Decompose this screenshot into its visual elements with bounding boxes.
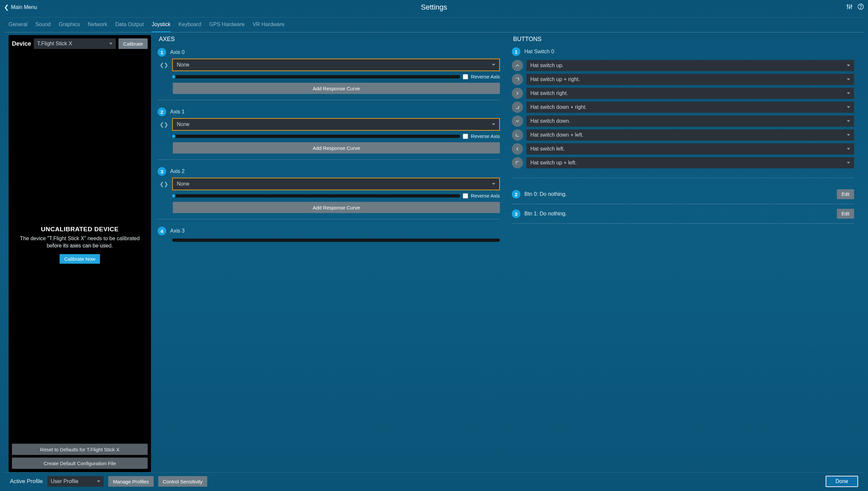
device-select[interactable]: T.Flight Stick X xyxy=(34,38,116,49)
device-label: Device xyxy=(12,40,31,47)
button-number-badge: 3 xyxy=(512,209,521,218)
active-profile-value: User Profile xyxy=(51,479,79,484)
axis-assignment-value: None xyxy=(177,62,189,68)
reverse-axis-checkbox[interactable] xyxy=(463,193,468,199)
axis-assignment-value: None xyxy=(177,121,189,127)
create-config-button[interactable]: Create Default Configuration File xyxy=(12,458,148,469)
axes-scroll-area[interactable]: 1 Axis 0 ❮❯ None Reverse Axis Add Respon… xyxy=(158,47,505,472)
buttons-scroll-area[interactable]: 1 Hat Switch 0 Hat switch up. Hat switch… xyxy=(512,47,859,472)
hat-direction-value: Hat switch down + left. xyxy=(530,132,584,138)
button-edit-button[interactable]: Edit xyxy=(837,209,854,219)
tab-gps-hardware[interactable]: GPS Hardware xyxy=(209,22,245,29)
hat-direction-right-icon xyxy=(512,88,523,99)
back-to-main-menu[interactable]: ❮ Main Menu xyxy=(4,4,37,11)
button-number-badge: 2 xyxy=(512,190,521,199)
joystick-button-row: 3 Btn 1: Do nothing. Edit xyxy=(512,204,854,224)
svg-point-4 xyxy=(849,7,850,8)
page-title: Settings xyxy=(421,3,447,11)
axis-block: 3 Axis 2 ❮❯ None Reverse Axis Add Respon… xyxy=(158,167,500,219)
hat-direction-up-icon xyxy=(512,60,523,71)
reverse-axis-label: Reverse Axis xyxy=(471,74,500,79)
axis-select-collapsed[interactable] xyxy=(172,238,500,242)
control-sensitivity-button[interactable]: Control Sensitivity xyxy=(158,476,207,487)
hat-direction-value: Hat switch up + right. xyxy=(530,77,580,82)
axis-position-slider[interactable] xyxy=(173,135,460,138)
hat-direction-up-right-icon xyxy=(512,74,523,85)
settings-tabs: GeneralSoundGraphicsNetworkData OutputJo… xyxy=(4,18,864,32)
axis-prev-next[interactable]: ❮❯ xyxy=(158,178,170,190)
axis-assignment-select[interactable]: None xyxy=(172,118,500,131)
hat-direction-row: Hat switch down + left. xyxy=(512,129,854,141)
settings-sliders-icon[interactable] xyxy=(846,3,853,11)
device-column: Device T.Flight Stick X Calibrate No ima… xyxy=(9,35,151,472)
active-profile-label: Active Profile xyxy=(10,478,43,485)
hat-direction-value: Hat switch down. xyxy=(530,118,570,124)
axis-position-slider[interactable] xyxy=(173,75,460,79)
chevron-down-icon xyxy=(109,43,113,45)
button-assignment-label: Btn 0: Do nothing. xyxy=(524,191,833,197)
axis-name: Axis 2 xyxy=(170,168,185,174)
add-response-curve-button[interactable]: Add Response Curve xyxy=(173,202,500,213)
hat-switch-name: Hat Switch 0 xyxy=(524,49,554,55)
hat-direction-select[interactable]: Hat switch up + right. xyxy=(526,74,854,85)
hat-direction-select[interactable]: Hat switch up + left. xyxy=(526,157,854,168)
tab-data-output[interactable]: Data Output xyxy=(115,22,144,29)
hat-direction-row: Hat switch left. xyxy=(512,143,854,154)
hat-direction-select[interactable]: Hat switch up. xyxy=(526,60,854,71)
axis-prev-next[interactable]: ❮❯ xyxy=(158,59,170,71)
tab-joystick[interactable]: Joystick xyxy=(151,22,170,32)
chevron-down-icon xyxy=(847,120,850,122)
axis-number-badge: 1 xyxy=(158,48,166,57)
calibrate-now-button[interactable]: Calibrate Now xyxy=(60,254,100,264)
axis-block: 1 Axis 0 ❮❯ None Reverse Axis Add Respon… xyxy=(158,47,500,100)
uncalibrated-text: The device "T.Flight Stick X" needs to b… xyxy=(19,235,141,250)
chevron-down-icon xyxy=(847,79,850,80)
chevron-down-icon xyxy=(847,106,850,108)
tab-graphics[interactable]: Graphics xyxy=(59,22,80,29)
button-edit-button[interactable]: Edit xyxy=(837,189,854,199)
axis-position-slider[interactable] xyxy=(173,194,460,198)
chevron-down-icon xyxy=(847,134,850,136)
hat-direction-select[interactable]: Hat switch down + right. xyxy=(526,102,854,113)
hat-direction-select[interactable]: Hat switch down + left. xyxy=(526,129,854,141)
hat-direction-select[interactable]: Hat switch right. xyxy=(526,88,854,99)
hat-direction-row: Hat switch right. xyxy=(512,88,854,99)
joystick-button-row: 2 Btn 0: Do nothing. Edit xyxy=(512,184,854,204)
tab-general[interactable]: General xyxy=(9,22,27,29)
hat-direction-row: Hat switch up + right. xyxy=(512,74,854,85)
hat-direction-left-icon xyxy=(512,143,523,154)
hat-direction-down-left-icon xyxy=(512,129,523,141)
reset-defaults-button[interactable]: Reset to Defaults for T.Flight Stick X xyxy=(12,444,148,455)
reverse-axis-checkbox[interactable] xyxy=(463,74,468,79)
device-select-value: T.Flight Stick X xyxy=(37,41,72,47)
help-icon[interactable] xyxy=(858,3,864,11)
add-response-curve-button[interactable]: Add Response Curve xyxy=(173,83,500,94)
chevron-down-icon xyxy=(847,92,850,94)
hat-direction-row: Hat switch down + right. xyxy=(512,102,854,113)
svg-point-5 xyxy=(851,6,852,7)
hat-direction-value: Hat switch down + right. xyxy=(530,104,587,110)
hat-direction-down-right-icon xyxy=(512,102,523,113)
back-label: Main Menu xyxy=(11,4,37,10)
tab-vr-hardware[interactable]: VR Hardware xyxy=(253,22,284,29)
hat-direction-select[interactable]: Hat switch left. xyxy=(526,143,854,154)
tab-keyboard[interactable]: Keyboard xyxy=(178,22,201,29)
axis-number-badge: 3 xyxy=(158,167,166,176)
tab-network[interactable]: Network xyxy=(88,22,107,29)
axis-assignment-select[interactable]: None xyxy=(172,59,500,71)
hat-direction-row: Hat switch up. xyxy=(512,60,854,71)
reverse-axis-checkbox[interactable] xyxy=(463,134,468,139)
hat-direction-row: Hat switch down. xyxy=(512,115,854,127)
axis-prev-next[interactable]: ❮❯ xyxy=(158,118,170,131)
active-profile-select[interactable]: User Profile xyxy=(47,476,104,487)
axis-assignment-select[interactable]: None xyxy=(172,178,500,190)
tab-sound[interactable]: Sound xyxy=(35,22,51,29)
add-response-curve-button[interactable]: Add Response Curve xyxy=(173,142,500,153)
titlebar: ❮ Main Menu Settings xyxy=(0,0,868,15)
button-assignment-label: Btn 1: Do nothing. xyxy=(524,211,833,217)
hat-direction-select[interactable]: Hat switch down. xyxy=(526,115,854,127)
hat-direction-down-icon xyxy=(512,115,523,127)
manage-profiles-button[interactable]: Manage Profiles xyxy=(108,476,153,487)
calibrate-button[interactable]: Calibrate xyxy=(118,38,148,49)
done-button[interactable]: Done xyxy=(825,476,858,487)
